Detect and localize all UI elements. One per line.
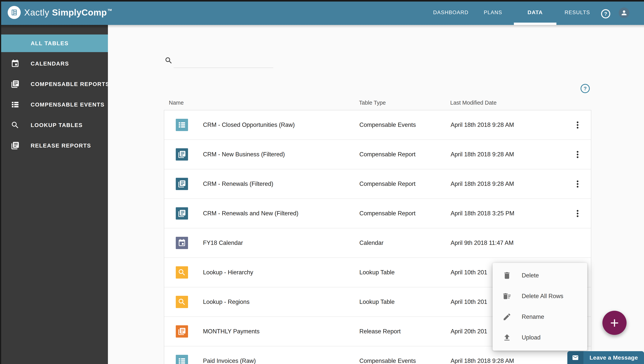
search-icon: [11, 121, 20, 130]
context-menu-item-rename[interactable]: Rename: [493, 306, 587, 327]
nav-tab-data[interactable]: DATA: [527, 0, 543, 25]
calendar-type-icon: [176, 237, 188, 249]
row-name: CRM - Renewals and New (Filtered): [203, 199, 298, 228]
row-name: CRM - Closed Opportunities (Raw): [203, 110, 295, 140]
report-icon: [11, 141, 20, 150]
table-row[interactable]: CRM - New Business (Filtered) Compensabl…: [164, 140, 591, 169]
nav-drop-shadow: [108, 25, 644, 28]
row-context-menu: Delete Delete All Rows Rename Upload: [493, 263, 587, 350]
row-name: CRM - New Business (Filtered): [203, 140, 285, 169]
search-input[interactable]: [174, 58, 273, 68]
row-name: Lookup - Regions: [203, 287, 250, 316]
row-table-type: Release Report: [359, 317, 401, 346]
top-nav-bar: Xactly SimplyComp TM DASHBOARDPLANSDATAR…: [0, 0, 644, 25]
sidebar-item-label: ALL TABLES: [31, 40, 69, 46]
context-menu-item-delete-all-rows[interactable]: Delete All Rows: [493, 286, 587, 306]
sidebar-item-release-reports[interactable]: RELEASE REPORTS: [0, 136, 108, 156]
upload-icon: [502, 333, 511, 342]
row-actions-kebab-icon[interactable]: [574, 110, 581, 140]
sidebar-item-lookup-tables[interactable]: LOOKUP TABLES: [0, 115, 108, 135]
row-name: Lookup - Hierarchy: [203, 258, 253, 287]
table-help-icon[interactable]: ?: [580, 84, 590, 93]
column-header-name: Name: [169, 100, 184, 106]
help-icon[interactable]: ?: [601, 9, 610, 18]
list-icon: [11, 100, 20, 109]
row-table-type: Lookup Table: [359, 258, 395, 287]
sidebar-item-label: COMPENSABLE EVENTS: [31, 102, 105, 108]
sidebar-item-compensable-reports[interactable]: COMPENSABLE REPORTS: [0, 74, 108, 94]
calendar-icon: [11, 59, 20, 68]
search-icon[interactable]: [165, 56, 173, 65]
edit-icon: [502, 312, 511, 321]
context-menu-item-label: Delete All Rows: [522, 293, 563, 300]
sidebar-item-label: RELEASE REPORTS: [31, 142, 91, 149]
nav-tab-label: DATA: [527, 10, 543, 16]
row-actions-kebab-icon[interactable]: [574, 199, 581, 228]
sidebar-item-compensable-events[interactable]: COMPENSABLE EVENTS: [0, 95, 108, 114]
nav-tab-label: RESULTS: [564, 10, 590, 16]
row-table-type: Compensable Events: [359, 346, 416, 364]
person-icon: [620, 9, 628, 16]
window-frame-top: [0, 0, 644, 2]
context-menu-item-upload[interactable]: Upload: [493, 327, 587, 348]
row-actions-kebab-icon[interactable]: [574, 140, 581, 169]
row-last-modified: April 18th 2018 9:28 AM: [451, 110, 514, 140]
nav-tab-label: DASHBOARD: [433, 10, 469, 16]
row-name: Paid Invoices (Raw): [203, 346, 256, 364]
report-type-icon: [176, 148, 188, 160]
context-menu-item-label: Delete: [522, 272, 539, 279]
sidebar-item-calendars[interactable]: CALENDARS: [0, 54, 108, 74]
sidebar: ALL TABLES CALENDARS COMPENSABLE REPORTS…: [0, 25, 108, 364]
row-table-type: Lookup Table: [359, 287, 395, 316]
sidebar-item-label: LOOKUP TABLES: [31, 122, 83, 128]
context-menu-item-delete[interactable]: Delete: [493, 265, 587, 286]
chat-icon-segment: [567, 351, 583, 364]
trash-icon: [502, 271, 511, 280]
row-table-type: Compensable Report: [359, 140, 415, 169]
context-menu-item-label: Rename: [522, 314, 544, 320]
add-table-fab[interactable]: +: [602, 311, 626, 335]
sweep-icon: [502, 292, 511, 300]
row-name: CRM - Renewals (Filtered): [203, 169, 273, 198]
column-header-last-modified: Last Modified Date: [450, 100, 497, 106]
user-avatar[interactable]: [619, 8, 629, 18]
row-last-modified: April 18th 2018 3:25 PM: [451, 199, 514, 228]
report-type-icon: [176, 178, 188, 190]
nav-tab-results[interactable]: RESULTS: [564, 0, 590, 25]
row-actions-kebab-icon[interactable]: [574, 169, 581, 198]
window-frame-left: [0, 0, 1, 364]
context-menu-item-label: Upload: [522, 334, 540, 341]
report-type-icon: [176, 207, 188, 220]
row-last-modified: April 10th 201: [451, 258, 487, 287]
primary-nav: DASHBOARDPLANSDATARESULTS: [0, 0, 644, 25]
table-row[interactable]: CRM - Closed Opportunities (Raw) Compens…: [164, 110, 591, 140]
table-row[interactable]: FY18 Calendar Calendar April 9th 2018 11…: [164, 228, 591, 258]
envelope-icon: [572, 354, 579, 361]
leave-a-message-button[interactable]: Leave a Message: [567, 351, 644, 364]
row-last-modified: April 10th 201: [451, 287, 487, 316]
events-type-icon: [176, 119, 188, 131]
nav-tab-plans[interactable]: PLANS: [484, 0, 502, 25]
sidebar-item-label: CALENDARS: [31, 60, 69, 67]
row-name: FY18 Calendar: [203, 228, 243, 258]
lookup-type-icon: [176, 296, 188, 308]
lookup-type-icon: [176, 266, 188, 278]
active-tab-indicator: [514, 22, 556, 25]
nav-tab-dashboard[interactable]: DASHBOARD: [433, 0, 469, 25]
row-name: MONTHLY Payments: [203, 317, 260, 346]
nav-tab-label: PLANS: [484, 10, 502, 16]
report-icon: [11, 80, 20, 88]
app-window: Xactly SimplyComp TM DASHBOARDPLANSDATAR…: [0, 0, 644, 364]
chat-label: Leave a Message: [583, 351, 644, 364]
row-table-type: Compensable Report: [359, 199, 415, 228]
column-header-table-type: Table Type: [359, 100, 386, 106]
release-type-icon: [176, 325, 188, 338]
row-table-type: Calendar: [359, 228, 384, 258]
events-type-icon: [176, 355, 188, 364]
sidebar-item-all-tables[interactable]: ALL TABLES: [0, 34, 108, 52]
row-last-modified: April 20th 201: [451, 317, 487, 346]
table-row[interactable]: CRM - Renewals (Filtered) Compensable Re…: [164, 169, 591, 199]
row-table-type: Compensable Report: [359, 169, 415, 198]
table-row[interactable]: CRM - Renewals and New (Filtered) Compen…: [164, 199, 591, 228]
row-last-modified: April 18th 2018 9:28 AM: [451, 169, 514, 198]
